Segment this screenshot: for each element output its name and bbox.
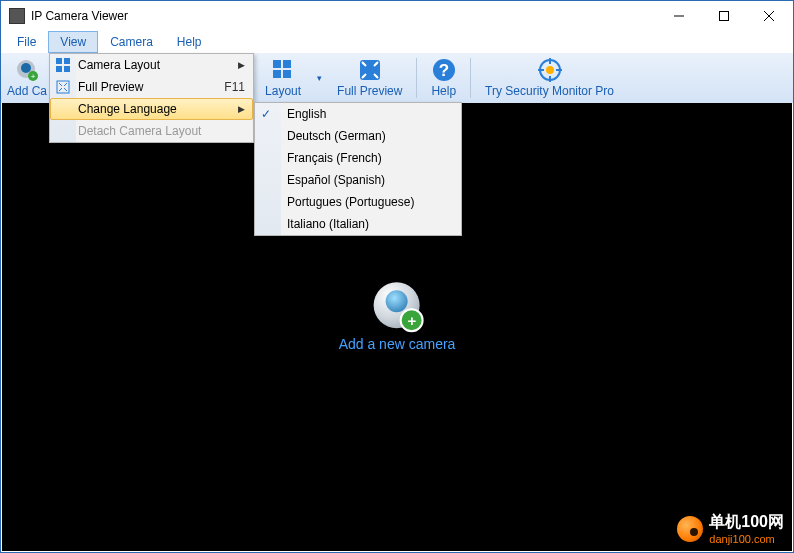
svg-rect-24 bbox=[64, 66, 70, 72]
try-pro-button[interactable]: Try Security Monitor Pro bbox=[485, 58, 614, 98]
svg-point-16 bbox=[546, 66, 554, 74]
svg-text:+: + bbox=[31, 72, 36, 81]
menu-full-preview[interactable]: Full Preview F11 bbox=[50, 76, 253, 98]
language-option[interactable]: Español (Spanish) bbox=[255, 169, 461, 191]
expand-icon bbox=[55, 79, 71, 95]
menu-help[interactable]: Help bbox=[165, 31, 214, 53]
menu-full-preview-shortcut: F11 bbox=[224, 80, 245, 94]
layout-button[interactable]: Layout bbox=[265, 58, 301, 98]
check-icon: ✓ bbox=[261, 107, 271, 121]
add-camera-button[interactable]: + Add Ca bbox=[7, 58, 47, 98]
fullscreen-icon bbox=[358, 58, 382, 82]
menu-camera-layout-label: Camera Layout bbox=[78, 58, 160, 72]
menu-file[interactable]: File bbox=[5, 31, 48, 53]
target-icon bbox=[538, 58, 562, 82]
full-preview-button[interactable]: Full Preview bbox=[337, 58, 402, 98]
menubar: File View Camera Help bbox=[1, 31, 793, 53]
svg-rect-21 bbox=[56, 58, 62, 64]
help-label: Help bbox=[431, 84, 456, 98]
language-option[interactable]: Français (French) bbox=[255, 147, 461, 169]
minimize-icon bbox=[674, 11, 684, 21]
menu-detach-layout: Detach Camera Layout bbox=[50, 120, 253, 142]
watermark-text: 单机100网 bbox=[709, 512, 784, 533]
layout-dropdown[interactable]: ▾ bbox=[315, 66, 323, 90]
menu-view[interactable]: View bbox=[48, 31, 98, 53]
help-button[interactable]: ? Help bbox=[431, 58, 456, 98]
svg-rect-10 bbox=[273, 70, 281, 78]
minimize-button[interactable] bbox=[656, 2, 701, 30]
close-button[interactable] bbox=[746, 2, 791, 30]
menu-change-language-label: Change Language bbox=[78, 102, 177, 116]
menu-camera-layout[interactable]: Camera Layout ▶ bbox=[50, 54, 253, 76]
svg-rect-8 bbox=[273, 60, 281, 68]
menu-camera[interactable]: Camera bbox=[98, 31, 165, 53]
language-submenu: ✓EnglishDeutsch (German)Français (French… bbox=[254, 102, 462, 236]
menu-full-preview-label: Full Preview bbox=[78, 80, 143, 94]
language-option[interactable]: Deutsch (German) bbox=[255, 125, 461, 147]
language-label: Deutsch (German) bbox=[287, 129, 386, 143]
toolbar-separator bbox=[416, 58, 417, 98]
language-option[interactable]: Portugues (Portuguese) bbox=[255, 191, 461, 213]
language-option[interactable]: Italiano (Italian) bbox=[255, 213, 461, 235]
chevron-right-icon: ▶ bbox=[238, 60, 245, 70]
add-camera-link[interactable]: Add a new camera bbox=[339, 336, 456, 352]
language-label: Español (Spanish) bbox=[287, 173, 385, 187]
svg-rect-22 bbox=[64, 58, 70, 64]
watermark: 单机100网 danji100.com bbox=[677, 512, 784, 545]
camera-add-icon bbox=[374, 282, 420, 328]
menu-detach-label: Detach Camera Layout bbox=[78, 124, 201, 138]
svg-rect-9 bbox=[283, 60, 291, 68]
svg-rect-25 bbox=[57, 81, 69, 93]
camera-add-icon: + bbox=[15, 58, 39, 82]
svg-point-5 bbox=[21, 63, 31, 73]
layout-icon bbox=[271, 58, 295, 82]
app-icon bbox=[9, 8, 25, 24]
add-camera-center[interactable]: Add a new camera bbox=[339, 282, 456, 352]
language-option[interactable]: ✓English bbox=[255, 103, 461, 125]
watermark-logo-icon bbox=[677, 516, 703, 542]
svg-rect-11 bbox=[283, 70, 291, 78]
layout-label: Layout bbox=[265, 84, 301, 98]
try-pro-label: Try Security Monitor Pro bbox=[485, 84, 614, 98]
close-icon bbox=[764, 11, 774, 21]
full-preview-label: Full Preview bbox=[337, 84, 402, 98]
grid-icon bbox=[55, 57, 71, 73]
language-label: Français (French) bbox=[287, 151, 382, 165]
view-submenu: Camera Layout ▶ Full Preview F11 Change … bbox=[49, 53, 254, 143]
add-camera-label: Add Ca bbox=[7, 84, 47, 98]
chevron-right-icon: ▶ bbox=[238, 104, 245, 114]
language-label: English bbox=[287, 107, 326, 121]
window-title: IP Camera Viewer bbox=[31, 9, 128, 23]
titlebar: IP Camera Viewer bbox=[1, 1, 793, 31]
svg-text:?: ? bbox=[439, 61, 449, 80]
language-label: Italiano (Italian) bbox=[287, 217, 369, 231]
watermark-url: danji100.com bbox=[709, 533, 784, 545]
toolbar-separator bbox=[470, 58, 471, 98]
svg-rect-1 bbox=[719, 12, 728, 21]
maximize-icon bbox=[719, 11, 729, 21]
svg-rect-23 bbox=[56, 66, 62, 72]
language-label: Portugues (Portuguese) bbox=[287, 195, 414, 209]
help-icon: ? bbox=[432, 58, 456, 82]
menu-change-language[interactable]: Change Language ▶ bbox=[50, 98, 253, 120]
maximize-button[interactable] bbox=[701, 2, 746, 30]
